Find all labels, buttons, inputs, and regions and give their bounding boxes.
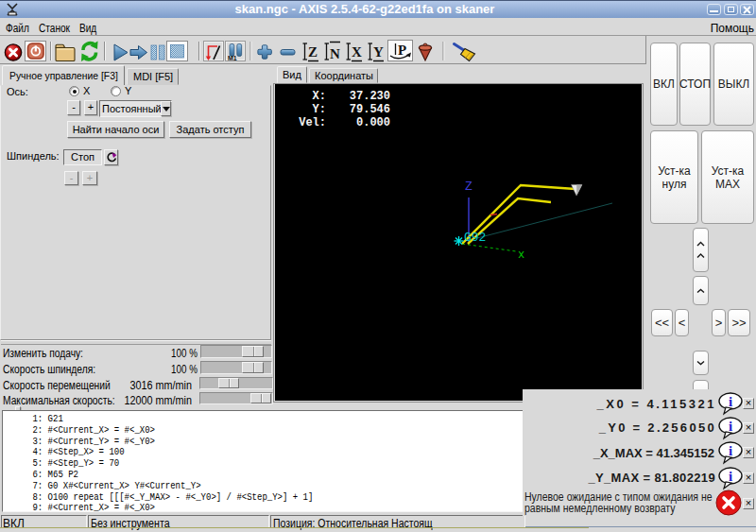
svg-text:G92: G92 xyxy=(464,231,486,245)
svg-text:i: i xyxy=(729,468,732,483)
svg-text:i: i xyxy=(729,394,732,409)
svg-text:X: X xyxy=(352,44,362,60)
svg-text:0.000: 0.000 xyxy=(356,116,390,129)
svg-text:Z: Z xyxy=(465,180,472,194)
svg-text:x: x xyxy=(518,249,524,262)
svg-text:79.546: 79.546 xyxy=(350,103,390,116)
svg-text:i: i xyxy=(729,443,732,458)
svg-text:N: N xyxy=(330,46,340,61)
svg-text:X:: X: xyxy=(313,90,326,103)
svg-text:Vel:: Vel: xyxy=(299,116,326,129)
svg-text:Z: Z xyxy=(308,44,318,60)
svg-text:M1: M1 xyxy=(228,55,237,61)
svg-text:Y: Y xyxy=(373,44,384,60)
svg-text:i: i xyxy=(729,418,732,433)
svg-text:P: P xyxy=(398,43,406,58)
svg-text:Y:: Y: xyxy=(313,103,326,116)
svg-text:37.230: 37.230 xyxy=(350,90,390,103)
